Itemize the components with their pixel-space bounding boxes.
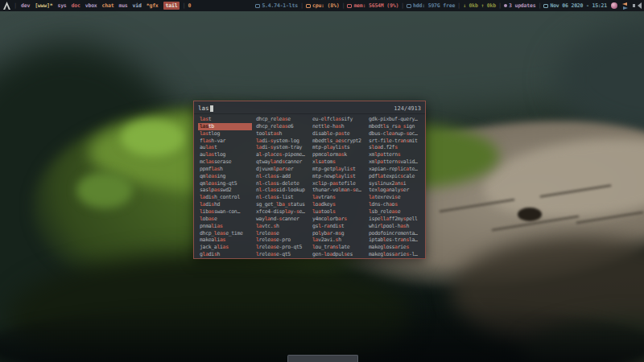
launcher-item[interactable]: last (198, 116, 252, 123)
launcher-item[interactable]: lav2avi.sh (311, 237, 365, 244)
launcher-item[interactable]: lrelease (254, 230, 308, 237)
launcher-item[interactable]: qmleasing-qt5 (198, 180, 252, 187)
workspace-tag-gfx[interactable]: *gfx (147, 2, 159, 9)
workspace-tag-dev[interactable]: dev (21, 2, 30, 9)
launcher-item[interactable]: latexrevise (367, 194, 421, 201)
launcher-item[interactable]: jack_alias (198, 244, 252, 251)
launcher-item[interactable]: ldns-chaos (367, 201, 421, 208)
clock-module: Nov 06 2020 - 15:21 (543, 2, 607, 9)
launcher-item[interactable]: iptables-translate (367, 237, 421, 244)
launcher-item[interactable]: dhcp_lease_time (198, 230, 252, 237)
launcher-item[interactable]: sload.f2fs (367, 144, 421, 151)
launcher-item[interactable]: gdk-pixbuf-query-loaders (367, 116, 421, 123)
launcher-item[interactable]: nl-class-delete (254, 180, 308, 187)
launcher-item[interactable]: texloganalyser (367, 187, 421, 194)
launcher-item[interactable]: ladishd (198, 201, 252, 208)
launcher-item[interactable]: syslinux2ansi (367, 180, 421, 187)
launcher-item[interactable]: ispellaff2myspell (367, 216, 421, 223)
launcher-item[interactable]: loadkeys (311, 201, 365, 208)
workspace-tag-chat[interactable]: chat (102, 2, 114, 9)
workspace-tag-sys[interactable]: sys (57, 2, 66, 9)
launcher-item[interactable]: luatools (311, 208, 365, 216)
launcher-item[interactable]: gladish (198, 251, 252, 258)
workspace-tag-vid[interactable]: vid (133, 2, 142, 9)
launcher-item[interactable]: dhcp_release6 (254, 123, 308, 130)
launcher-item[interactable]: mtp-newplaylist (311, 173, 365, 180)
launcher-item[interactable]: pnmalias (198, 223, 252, 230)
launcher-item[interactable]: dbus-cleanup-sockets (367, 130, 421, 138)
launcher-item[interactable]: xmlpatterns (367, 151, 421, 158)
launcher-item[interactable]: gen-loadpulses (311, 251, 365, 258)
launcher-logo-icon[interactable] (3, 2, 10, 10)
dock-peek[interactable] (287, 355, 358, 362)
launcher-item[interactable]: aulastlog (198, 151, 252, 158)
layout-indicator[interactable]: tail (163, 2, 180, 10)
launcher-item[interactable]: mbedtls_aescrypt2 (311, 138, 365, 145)
launcher-item[interactable]: flash-var (198, 138, 252, 145)
launcher-item[interactable]: lrelease-pro-qt5 (254, 244, 308, 251)
launcher-item[interactable]: al-places-pipemenu (254, 151, 308, 158)
launcher-item[interactable]: y4mcolorbars (311, 216, 365, 223)
launcher-item[interactable]: ladish_control (198, 194, 252, 201)
workspace-tag-mus[interactable]: mus (118, 2, 127, 9)
launcher-item[interactable]: srt-file-transmit (367, 138, 421, 145)
launcher-item[interactable]: nl-class-add (254, 173, 308, 180)
launcher-item[interactable]: dhcp_release (254, 116, 308, 123)
launcher-item[interactable]: lastlog (198, 130, 252, 138)
launcher-item[interactable]: qmleasing (198, 173, 252, 180)
launcher-item[interactable]: toolstash (254, 130, 308, 138)
launcher-search-input[interactable]: las (198, 105, 213, 112)
launcher-item[interactable]: nl-classid-lookup (254, 187, 308, 194)
launcher-item[interactable]: mclasserase (198, 158, 252, 166)
launcher-item[interactable]: makeglossaries (367, 244, 421, 251)
workspace-tag-vbox[interactable]: vbox (85, 2, 97, 9)
launcher-item[interactable]: mtp-getplaylist (311, 166, 365, 173)
launcher-item[interactable]: ppmflash (198, 166, 252, 173)
launcher-item[interactable]: eu-elfclassify (311, 116, 365, 123)
launcher-item[interactable]: ladi-system-log (254, 138, 308, 145)
launcher-item[interactable]: lou_translate (311, 244, 365, 251)
launcher-item[interactable]: mtp-playlists (311, 144, 365, 151)
launcher-item[interactable]: xapian-replicate-server (367, 166, 421, 173)
launcher-item[interactable]: aulast (198, 144, 252, 151)
launcher-item[interactable]: lrelease-qt5 (254, 251, 308, 258)
transfer-arrows-icon[interactable] (621, 2, 630, 10)
launcher-item[interactable]: nettle-hash (311, 123, 365, 130)
launcher-item[interactable]: lrelease-pro (254, 237, 308, 244)
volume-icon[interactable] (633, 2, 641, 10)
launcher-item[interactable]: saslpasswd2 (198, 187, 252, 194)
app-icon-pink[interactable] (611, 2, 617, 9)
launcher-item[interactable]: lavtc.sh (254, 223, 308, 230)
kernel-icon (255, 4, 260, 8)
launcher-item[interactable]: djvuxmlparser (254, 166, 308, 173)
launcher-item[interactable]: polybar-msg (311, 230, 365, 237)
launcher-item[interactable]: ppmcolormask (311, 151, 365, 158)
launcher-item[interactable]: wayland-scanner (254, 216, 308, 223)
launcher-item[interactable]: disable-paste (311, 130, 365, 138)
launcher-item[interactable]: lastb (198, 123, 252, 130)
launcher-item[interactable]: lobase (198, 216, 252, 223)
launcher-item[interactable]: whirlpool-hash (367, 223, 421, 230)
launcher-item[interactable]: nl-class-list (254, 194, 308, 201)
launcher-item[interactable]: mbedtls_rsa_sign (367, 123, 421, 130)
workspace-tags: dev[www]*sysdocvboxchatmusvid*gfx (21, 2, 159, 9)
launcher-item[interactable]: lavtrans (311, 194, 365, 201)
launcher-item[interactable]: qtwaylandscanner (254, 158, 308, 166)
launcher-item[interactable]: xlsatoms (311, 158, 365, 166)
launcher-item[interactable]: makeglossaries-lite (367, 251, 421, 258)
launcher-item[interactable]: podofoincrementalupdates (367, 230, 421, 237)
launcher-item[interactable]: lsb_release (367, 208, 421, 216)
workspace-tag-doc[interactable]: doc (72, 2, 80, 9)
launcher-item[interactable]: xfce4-display-settings (254, 208, 308, 216)
launcher-item[interactable]: sg_get_lba_status (254, 201, 308, 208)
launcher-item[interactable]: xclip-pastefile (311, 180, 365, 187)
launcher-item[interactable]: xmlpatternsvalidator (367, 158, 421, 166)
launcher-item[interactable]: makealias (198, 237, 252, 244)
launcher-item[interactable]: ladi-system-tray (254, 144, 308, 151)
launcher-item[interactable]: pdflatexpicscale (367, 173, 421, 180)
launcher-item[interactable]: thunar-volman-settings (311, 187, 365, 194)
launcher-item[interactable]: gsl-randist (311, 223, 365, 230)
workspace-tag-www[interactable]: [www]* (35, 2, 52, 9)
launcher-item[interactable]: libasswan-con… (198, 208, 252, 216)
launcher-results-grid: lastlastblastlogflash-varaulastaulastlog… (194, 114, 425, 258)
